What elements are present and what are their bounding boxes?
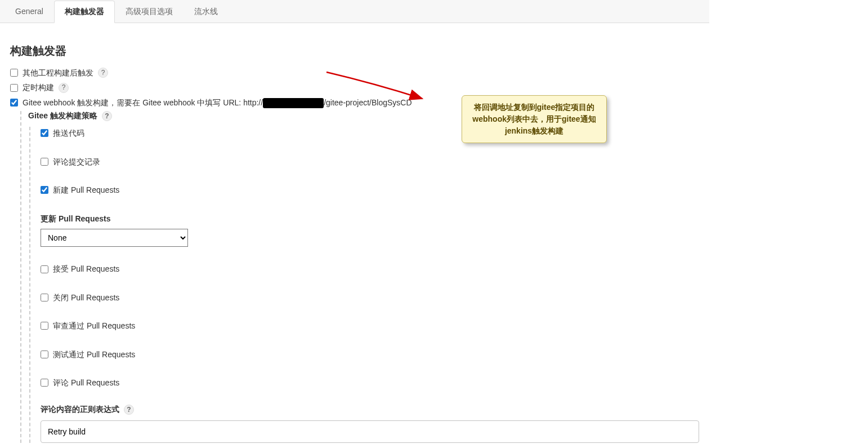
label-test-pass-pr: 测试通过 Pull Requests <box>53 348 135 361</box>
help-icon[interactable]: ? <box>124 405 134 415</box>
select-update-pr[interactable]: None <box>41 229 188 247</box>
label-comment-commit: 评论提交记录 <box>53 156 100 168</box>
checkbox-comment-pr[interactable] <box>41 379 48 387</box>
gitee-webhook-text-prefix: Gitee webhook 触发构建，需要在 Gitee webhook 中填写… <box>23 98 263 107</box>
tab-pipeline[interactable]: 流水线 <box>184 1 229 23</box>
checkbox-push-code[interactable] <box>41 129 48 137</box>
checkbox-review-pass-pr[interactable] <box>41 322 48 330</box>
tab-advanced-options[interactable]: 高级项目选项 <box>115 1 184 23</box>
gitee-webhook-text-suffix: /gitee-project/BlogSysCD <box>324 98 411 107</box>
label-scheduled-build: 定时构建 <box>23 81 54 94</box>
config-tabs: General 构建触发器 高级项目选项 流水线 <box>0 0 709 23</box>
label-review-pass-pr: 审查通过 Pull Requests <box>53 320 135 332</box>
checkbox-test-pass-pr[interactable] <box>41 351 48 358</box>
build-triggers-section: 构建触发器 其他工程构建后触发 ? 定时构建 ? Gitee webhook 触… <box>0 23 709 448</box>
checkbox-comment-commit[interactable] <box>41 158 48 166</box>
help-icon[interactable]: ? <box>59 83 69 93</box>
checkbox-after-other-build[interactable] <box>10 69 18 77</box>
checkbox-gitee-webhook[interactable] <box>10 99 18 107</box>
label-update-pr: 更新 Pull Requests <box>41 214 699 224</box>
help-icon[interactable]: ? <box>102 111 112 121</box>
checkbox-close-pr[interactable] <box>41 294 48 301</box>
label-new-pr: 新建 Pull Requests <box>53 184 119 196</box>
input-comment-regex[interactable] <box>41 420 699 443</box>
label-comment-pr: 评论 Pull Requests <box>53 376 119 389</box>
checkbox-scheduled-build[interactable] <box>10 84 18 92</box>
label-gitee-webhook: Gitee webhook 触发构建，需要在 Gitee webhook 中填写… <box>23 96 412 109</box>
label-push-code: 推送代码 <box>53 127 84 139</box>
checkbox-accept-pr[interactable] <box>41 265 48 273</box>
label-accept-pr: 接受 Pull Requests <box>53 263 119 275</box>
annotation-callout: 将回调地址复制到gitee指定项目的webhook列表中去，用于gitee通知j… <box>462 95 607 143</box>
help-icon[interactable]: ? <box>98 68 108 78</box>
label-comment-regex: 评论内容的正则表达式 <box>41 405 119 415</box>
tab-general[interactable]: General <box>5 1 54 23</box>
label-after-other-build: 其他工程构建后触发 <box>23 66 93 79</box>
annotation-text: 将回调地址复制到gitee指定项目的webhook列表中去，用于gitee通知j… <box>472 103 596 135</box>
label-gitee-strategy: Gitee 触发构建策略 <box>28 111 97 121</box>
tab-build-triggers[interactable]: 构建触发器 <box>54 1 115 23</box>
checkbox-new-pr[interactable] <box>41 186 48 194</box>
redacted-host <box>263 98 324 108</box>
section-title: 构建触发器 <box>10 43 699 59</box>
label-close-pr: 关闭 Pull Requests <box>53 291 119 304</box>
